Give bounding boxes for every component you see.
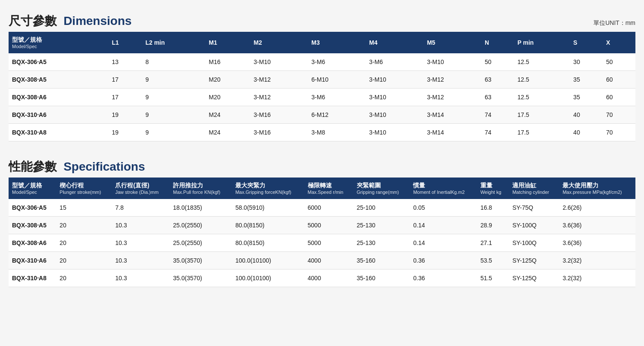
specifications-table: 型號／規格 Model/Spec 楔心行程 Plunger stroke(mm)… — [9, 178, 635, 287]
table-cell: 12.5 — [514, 53, 570, 71]
table-cell: BQX-308‧A5 — [9, 71, 109, 89]
table-cell: SY-100Q — [509, 234, 559, 252]
specifications-header: 性能參數 Specifications — [9, 154, 635, 178]
spec-col-range: 夾緊範圍 Gripping range(mm) — [353, 178, 410, 199]
table-cell: 80.0(8150) — [232, 217, 304, 234]
table-cell: 15 — [56, 199, 112, 217]
table-cell: M24 — [205, 124, 250, 141]
table-cell: 3-M12 — [423, 89, 481, 106]
spec-col-pull: 許用推拉力 Max.Pull force KN(kgf) — [170, 178, 232, 199]
specifications-title: 性能參數 Specifications — [9, 159, 145, 175]
spec-col-jaw: 爪行程(直徑) Jaw stroke (Dia.)mm — [112, 178, 170, 199]
table-cell: SY-125Q — [509, 252, 559, 269]
table-cell: 35-160 — [353, 252, 410, 269]
table-cell: BQX-308‧A6 — [9, 89, 109, 106]
table-row: BQX-310‧A82010.335.0(3570)100.0(10100)40… — [9, 269, 635, 287]
table-cell: M20 — [205, 89, 250, 106]
table-cell: 10.3 — [112, 217, 170, 234]
table-cell: BQX-306‧A5 — [9, 199, 56, 217]
specifications-title-zh: 性能參數 — [9, 160, 57, 173]
dim-col-m4: M4 — [366, 32, 424, 53]
dim-col-m2: M2 — [250, 32, 308, 53]
table-cell: 25-130 — [353, 234, 410, 252]
table-cell: 25-100 — [353, 199, 410, 217]
table-cell: 6000 — [304, 199, 353, 217]
table-cell: 3-M10 — [366, 71, 424, 89]
table-cell: BQX-306‧A5 — [9, 53, 109, 71]
dimensions-table: 型號／規格 Model/Spec L1 L2 min M1 M2 M3 M4 M… — [9, 32, 635, 141]
table-cell: 60 — [603, 89, 635, 106]
table-cell: 35 — [570, 89, 602, 106]
table-cell: 28.9 — [477, 217, 509, 234]
table-cell: 3-M14 — [423, 106, 481, 124]
table-cell: 4000 — [304, 269, 353, 287]
table-cell: 20 — [56, 252, 112, 269]
table-cell: 27.1 — [477, 234, 509, 252]
dim-col-m5: M5 — [423, 32, 481, 53]
table-cell: 35-160 — [353, 269, 410, 287]
table-cell: 50 — [603, 53, 635, 71]
dim-col-model: 型號／規格 Model/Spec — [9, 32, 109, 53]
dimensions-header: 尺寸參數 Dimensions 單位UNIT：mm — [9, 9, 635, 32]
table-row: BQX-308‧A5179M203-M126-M103-M103-M126312… — [9, 71, 635, 89]
table-row: BQX-308‧A52010.325.0(2550)80.0(8150)5000… — [9, 217, 635, 234]
dimensions-title-zh: 尺寸參數 — [9, 14, 57, 28]
table-row: BQX-310‧A62010.335.0(3570)100.0(10100)40… — [9, 252, 635, 269]
table-cell: 3-M12 — [250, 89, 308, 106]
table-cell: 50 — [481, 53, 514, 71]
table-cell: 3-M10 — [366, 124, 424, 141]
table-cell: BQX-310‧A8 — [9, 269, 56, 287]
spec-col-plunger: 楔心行程 Plunger stroke(mm) — [56, 178, 112, 199]
table-cell: 9 — [142, 106, 206, 124]
table-cell: 25.0(2550) — [170, 234, 232, 252]
table-cell: 63 — [481, 71, 514, 89]
table-cell: 3.2(32) — [559, 269, 635, 287]
table-row: BQX-308‧A62010.325.0(2550)80.0(8150)5000… — [9, 234, 635, 252]
table-cell: 20 — [56, 217, 112, 234]
table-cell: BQX-308‧A5 — [9, 217, 56, 234]
table-cell: 4000 — [304, 252, 353, 269]
table-cell: 6-M10 — [308, 71, 366, 89]
table-cell: 9 — [142, 124, 206, 141]
dimensions-tbody: BQX-306‧A5138M163-M103-M63-M63-M105012.5… — [9, 53, 635, 141]
table-cell: 3.6(36) — [559, 234, 635, 252]
table-cell: 3-M6 — [308, 53, 366, 71]
table-row: BQX-310‧A8199M243-M163-M83-M103-M147417.… — [9, 124, 635, 141]
table-cell: 10.3 — [112, 252, 170, 269]
dim-col-m1: M1 — [205, 32, 250, 53]
table-cell: 17 — [109, 89, 142, 106]
dim-col-n: N — [481, 32, 514, 53]
table-cell: 16.8 — [477, 199, 509, 217]
table-cell: BQX-310‧A6 — [9, 252, 56, 269]
table-cell: 19 — [109, 124, 142, 141]
table-cell: 25.0(2550) — [170, 217, 232, 234]
table-cell: 17.5 — [514, 124, 570, 141]
table-cell: 20 — [56, 269, 112, 287]
table-cell: 17 — [109, 71, 142, 89]
table-cell: 70 — [603, 106, 635, 124]
table-cell: 35 — [570, 71, 602, 89]
table-cell: M24 — [205, 106, 250, 124]
table-cell: 51.5 — [477, 269, 509, 287]
table-cell: 3-M6 — [308, 89, 366, 106]
table-cell: 40 — [570, 106, 602, 124]
spec-col-inertia: 慣量 Moment of InertialKg.m2 — [410, 178, 477, 199]
table-row: BQX-310‧A6199M243-M166-M123-M103-M147417… — [9, 106, 635, 124]
table-cell: BQX-310‧A6 — [9, 106, 109, 124]
unit-label: 單位UNIT：mm — [593, 19, 635, 27]
table-cell: 25-130 — [353, 217, 410, 234]
table-cell: 63 — [481, 89, 514, 106]
table-cell: 40 — [570, 124, 602, 141]
dim-col-x: X — [603, 32, 635, 53]
table-cell: 3-M12 — [250, 71, 308, 89]
specifications-title-en: Specifications — [64, 160, 145, 173]
table-cell: 13 — [109, 53, 142, 71]
table-cell: 74 — [481, 124, 514, 141]
table-cell: 6-M12 — [308, 106, 366, 124]
table-row: BQX-306‧A5157.818.0(1835)58.0(5910)60002… — [9, 199, 635, 217]
table-cell: SY-125Q — [509, 269, 559, 287]
table-cell: 0.14 — [410, 217, 477, 234]
table-cell: 3-M6 — [366, 53, 424, 71]
table-cell: SY-100Q — [509, 217, 559, 234]
table-row: BQX-306‧A5138M163-M103-M63-M63-M105012.5… — [9, 53, 635, 71]
